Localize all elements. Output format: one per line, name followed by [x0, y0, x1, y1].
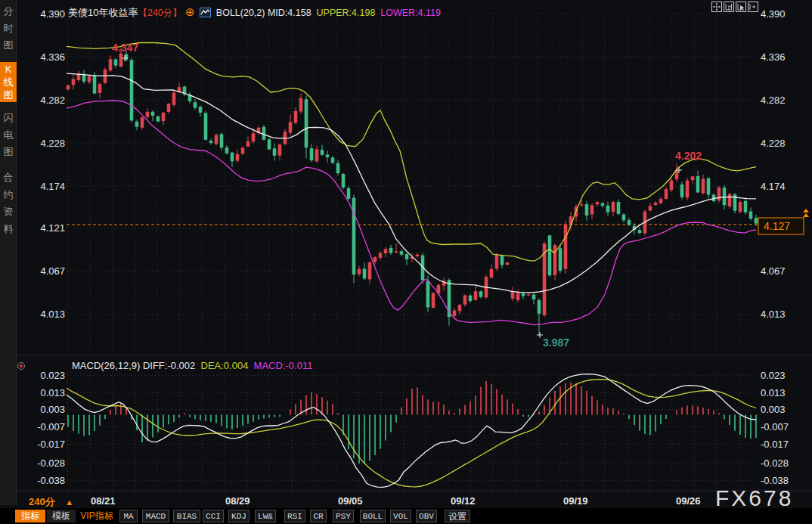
svg-text:4.228: 4.228 [40, 138, 65, 149]
svg-text:4.202: 4.202 [675, 150, 702, 162]
svg-text:-0.028: -0.028 [761, 457, 789, 469]
svg-text:4.282: 4.282 [761, 95, 786, 106]
svg-text:0.023: 0.023 [40, 370, 65, 381]
svg-text:4.336: 4.336 [40, 51, 65, 63]
svg-text:-0.017: -0.017 [761, 439, 789, 450]
svg-text:-0.038: -0.038 [37, 475, 65, 486]
svg-text:4.174: 4.174 [40, 181, 65, 192]
svg-text:4.228: 4.228 [761, 138, 786, 149]
svg-text:4.127: 4.127 [764, 220, 790, 232]
svg-text:0.013: 0.013 [761, 387, 786, 398]
svg-text:-0.007: -0.007 [37, 421, 65, 433]
svg-text:4.013: 4.013 [761, 309, 786, 320]
svg-text:-0.028: -0.028 [37, 457, 65, 469]
svg-text:3.987: 3.987 [543, 336, 569, 349]
svg-text:4.282: 4.282 [40, 95, 65, 106]
svg-text:4.390: 4.390 [40, 8, 65, 20]
svg-text:0.013: 0.013 [40, 387, 65, 398]
svg-text:0.003: 0.003 [761, 404, 786, 415]
svg-text:4.174: 4.174 [761, 181, 786, 192]
svg-text:0.003: 0.003 [40, 404, 65, 415]
svg-text:4.347: 4.347 [112, 42, 138, 54]
svg-text:4.067: 4.067 [761, 265, 786, 277]
svg-text:-0.007: -0.007 [761, 421, 789, 433]
svg-text:4.013: 4.013 [40, 309, 65, 320]
svg-text:4.067: 4.067 [40, 265, 65, 277]
svg-text:-0.038: -0.038 [761, 475, 789, 486]
svg-text:4.336: 4.336 [761, 51, 786, 63]
svg-text:-0.017: -0.017 [37, 439, 65, 450]
svg-text:4.121: 4.121 [40, 222, 65, 234]
svg-text:0.023: 0.023 [761, 370, 786, 381]
